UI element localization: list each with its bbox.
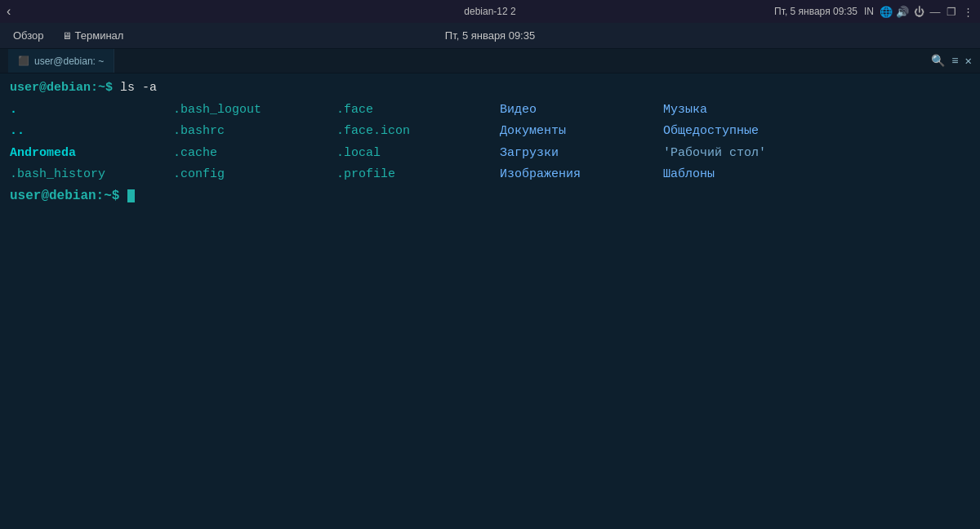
- prompt-2: user@debian:~$: [10, 189, 127, 203]
- terminal-area[interactable]: user@debian:~$ ls -a ..bash_logout.faceВ…: [0, 73, 980, 529]
- terminal-menu[interactable]: 🖥 Терминал: [62, 29, 124, 42]
- terminal-tab[interactable]: ⬛ user@debian: ~: [8, 49, 114, 73]
- network-icon[interactable]: 🌐: [880, 6, 892, 17]
- close-tab-button[interactable]: ✕: [965, 54, 972, 68]
- file-item: Шаблоны: [663, 164, 826, 185]
- app-datetime: Пт, 5 января 09:35: [445, 29, 535, 42]
- file-item: .bash_logout: [173, 100, 336, 121]
- file-item: .cache: [173, 143, 336, 164]
- overview-menu[interactable]: Обзор: [8, 28, 49, 43]
- file-item: .bash_history: [10, 164, 173, 185]
- terminal-tab-icon: ⬛: [18, 56, 29, 66]
- file-item: Видео: [500, 100, 663, 121]
- minimize-button[interactable]: —: [929, 6, 941, 17]
- command-line: user@debian:~$ ls -a: [10, 78, 970, 98]
- terminal-label: Терминал: [75, 29, 124, 42]
- app-title-bar: Обзор 🖥 Терминал Пт, 5 января 09:35: [0, 23, 980, 49]
- file-item: .face: [336, 100, 500, 121]
- tab-bar-actions: 🔍 ≡ ✕: [931, 54, 972, 68]
- terminal-tab-label: user@debian: ~: [34, 56, 104, 67]
- menu-button[interactable]: ⋮: [962, 6, 973, 17]
- file-item: .face.icon: [336, 121, 500, 142]
- file-item: .config: [173, 164, 336, 185]
- file-item: Загрузки: [500, 143, 663, 164]
- back-button[interactable]: ‹: [7, 4, 11, 19]
- terminal-icon-symbol: 🖥: [62, 30, 72, 42]
- cursor: [127, 189, 135, 202]
- system-bar-right: Пт, 5 января 09:35 IN 🌐 🔊 ⏻ — ❐ ⋮: [774, 6, 973, 17]
- file-item: Музыка: [663, 100, 826, 121]
- file-item: .local: [336, 143, 500, 164]
- command-text: ls -a: [120, 78, 157, 98]
- file-item: Общедоступные: [663, 121, 826, 142]
- file-listing: ..bash_logout.faceВидеоМузыка...bashrc.f…: [10, 100, 970, 185]
- window-title: debian-12 2: [464, 6, 515, 17]
- tab-bar: ⬛ user@debian: ~ 🔍 ≡ ✕: [0, 49, 980, 73]
- window-controls: 🌐 🔊 ⏻ — ❐ ⋮: [880, 6, 973, 17]
- file-item: .: [10, 100, 173, 121]
- system-bar-left: ‹: [7, 4, 11, 19]
- file-item: 'Рабочий стол': [663, 143, 826, 164]
- system-bar: ‹ debian-12 2 Пт, 5 января 09:35 IN 🌐 🔊 …: [0, 0, 980, 23]
- current-prompt-line: user@debian:~$: [10, 189, 970, 203]
- menu-toggle-button[interactable]: ≡: [951, 55, 958, 68]
- volume-icon[interactable]: 🔊: [897, 6, 908, 17]
- file-item: .bashrc: [173, 121, 336, 142]
- datetime-system: Пт, 5 января 09:35: [774, 6, 858, 17]
- file-item: Изображения: [500, 164, 663, 185]
- file-item: .profile: [336, 164, 500, 185]
- prompt-1: user@debian:~$: [10, 78, 120, 98]
- file-item: Andromeda: [10, 143, 173, 164]
- language-indicator: IN: [864, 6, 874, 17]
- restore-button[interactable]: ❐: [946, 6, 957, 17]
- file-item: Документы: [500, 121, 663, 142]
- power-icon[interactable]: ⏻: [913, 6, 924, 17]
- file-item: ..: [10, 121, 173, 142]
- search-button[interactable]: 🔍: [931, 54, 945, 68]
